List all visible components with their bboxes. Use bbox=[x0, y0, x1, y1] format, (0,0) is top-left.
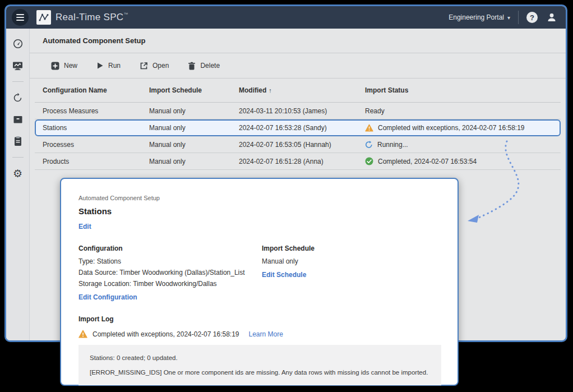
cell-schedule: Manual only bbox=[141, 107, 231, 115]
success-check-icon bbox=[365, 157, 373, 165]
edit-configuration-link[interactable]: Edit Configuration bbox=[78, 293, 137, 301]
topbar-divider bbox=[518, 11, 519, 24]
cell-modified: 2024-02-07 16:53:28 (Sandy) bbox=[232, 124, 358, 132]
cell-name: Process Measures bbox=[35, 107, 141, 115]
trash-icon bbox=[188, 62, 196, 70]
column-header-name[interactable]: Configuration Name bbox=[35, 86, 141, 94]
import-log-status-text: Completed with exceptions, 2024-02-07 16… bbox=[93, 330, 239, 338]
delete-button[interactable]: Delete bbox=[182, 58, 225, 73]
cell-name: Products bbox=[35, 158, 141, 165]
open-button[interactable]: Open bbox=[134, 58, 174, 73]
panel-columns: Configuration Type: Stations Data Source… bbox=[78, 245, 441, 302]
toolbar: New Run bbox=[30, 53, 566, 79]
sidebar-divider bbox=[12, 157, 24, 158]
portal-selector-label: Engineering Portal bbox=[449, 13, 504, 21]
page-title: Automated Component Setup bbox=[43, 36, 145, 45]
warning-icon bbox=[365, 124, 373, 132]
settings-gear-icon[interactable]: ⚙ bbox=[12, 167, 24, 179]
configuration-type: Type: Stations bbox=[78, 257, 262, 265]
archive-box-icon[interactable] bbox=[12, 113, 24, 126]
table-row-stations[interactable]: Stations Manual only 2024-02-07 16:53:28… bbox=[35, 119, 561, 136]
import-schedule-section: Import Schedule Manual only Edit Schedul… bbox=[262, 245, 315, 302]
detail-panel: Automated Component Setup Stations Edit … bbox=[60, 178, 459, 386]
sidebar-divider bbox=[12, 81, 24, 82]
page-title-bar: Automated Component Setup bbox=[30, 29, 566, 53]
import-log-heading: Import Log bbox=[78, 315, 441, 323]
configuration-data-source: Data Source: Timber Woodworking (Dallas)… bbox=[78, 269, 262, 276]
warning-icon bbox=[78, 330, 87, 338]
cell-status: Completed, 2024-02-07 16:53:54 bbox=[357, 157, 561, 165]
hamburger-menu-icon[interactable] bbox=[12, 9, 29, 26]
import-log-status-row: Completed with exceptions, 2024-02-07 16… bbox=[78, 330, 441, 338]
topbar-right-group: Engineering Portal ▾ ? bbox=[449, 11, 558, 24]
screenshot-stage: Real-Time SPC™ Engineering Portal ▾ ? bbox=[0, 0, 573, 392]
learn-more-link[interactable]: Learn More bbox=[249, 330, 283, 338]
cell-modified: 2024-02-07 16:51:28 (Anna) bbox=[231, 158, 357, 165]
panel-title: Stations bbox=[78, 206, 441, 216]
new-button-label: New bbox=[64, 62, 77, 70]
table-row-process-measures[interactable]: Process Measures Manual only 2024-03-11 … bbox=[35, 103, 561, 119]
app-title: Real-Time SPC™ bbox=[56, 12, 128, 23]
cell-schedule: Manual only bbox=[141, 141, 231, 149]
clipboard-icon[interactable] bbox=[12, 135, 24, 147]
cell-modified: 2024-03-11 20:10:53 (James) bbox=[231, 107, 357, 115]
help-icon[interactable]: ? bbox=[526, 12, 538, 23]
config-table: Configuration Name Import Schedule Modif… bbox=[30, 79, 566, 170]
log-line: [ERROR_MISSING_IDS] One or more componen… bbox=[90, 369, 430, 376]
top-bar: Real-Time SPC™ Engineering Portal ▾ ? bbox=[6, 6, 566, 29]
column-header-schedule[interactable]: Import Schedule bbox=[141, 86, 231, 94]
delete-button-label: Delete bbox=[200, 62, 220, 70]
log-line: Stations: 0 created; 0 updated. bbox=[90, 354, 430, 361]
column-header-status[interactable]: Import Status bbox=[357, 86, 561, 94]
configuration-storage-location: Storage Location: Timber Woodworking/Dal… bbox=[78, 280, 262, 288]
cell-name: Stations bbox=[36, 124, 142, 132]
edit-schedule-link[interactable]: Edit Schedule bbox=[262, 271, 306, 279]
import-schedule-heading: Import Schedule bbox=[262, 245, 315, 252]
app-logo-icon bbox=[36, 10, 51, 25]
open-button-label: Open bbox=[153, 62, 169, 70]
cell-schedule: Manual only bbox=[141, 158, 231, 165]
table-row-processes[interactable]: Processes Manual only 2024-02-07 16:53:0… bbox=[35, 136, 561, 153]
sync-icon[interactable] bbox=[12, 91, 24, 104]
running-refresh-icon bbox=[365, 141, 373, 149]
run-button-label: Run bbox=[108, 62, 121, 70]
edit-link[interactable]: Edit bbox=[78, 223, 91, 230]
monitor-chart-icon[interactable] bbox=[12, 59, 24, 72]
import-schedule-value: Manual only bbox=[262, 257, 315, 265]
left-sidebar: ⚙ bbox=[6, 29, 30, 340]
table-row-products[interactable]: Products Manual only 2024-02-07 16:51:28… bbox=[35, 153, 561, 170]
cell-schedule: Manual only bbox=[142, 124, 232, 132]
configuration-section: Configuration Type: Stations Data Source… bbox=[78, 245, 262, 302]
portal-selector[interactable]: Engineering Portal ▾ bbox=[449, 13, 510, 21]
plus-icon bbox=[51, 62, 59, 70]
new-button[interactable]: New bbox=[45, 58, 83, 73]
dashboard-gauge-icon[interactable] bbox=[12, 38, 24, 50]
trademark-symbol: ™ bbox=[123, 12, 128, 17]
cell-name: Processes bbox=[35, 141, 141, 149]
column-header-modified[interactable]: Modified↑ bbox=[231, 86, 357, 94]
table-header-row: Configuration Name Import Schedule Modif… bbox=[35, 79, 561, 103]
play-icon bbox=[96, 62, 104, 70]
chevron-down-icon: ▾ bbox=[507, 15, 510, 21]
cell-status: Running... bbox=[357, 141, 561, 149]
open-external-icon bbox=[140, 62, 148, 70]
user-account-icon[interactable] bbox=[546, 11, 558, 24]
cell-modified: 2024-02-07 16:53:05 (Hannah) bbox=[231, 141, 357, 149]
cell-status: Completed with exceptions, 2024-02-07 16… bbox=[358, 124, 560, 132]
sort-ascending-icon: ↑ bbox=[269, 87, 272, 94]
configuration-heading: Configuration bbox=[78, 245, 262, 252]
import-log-box: Stations: 0 created; 0 updated. [ERROR_M… bbox=[78, 345, 441, 385]
run-button[interactable]: Run bbox=[91, 58, 126, 73]
panel-eyebrow: Automated Component Setup bbox=[78, 195, 441, 201]
cell-status: Ready bbox=[357, 107, 561, 115]
